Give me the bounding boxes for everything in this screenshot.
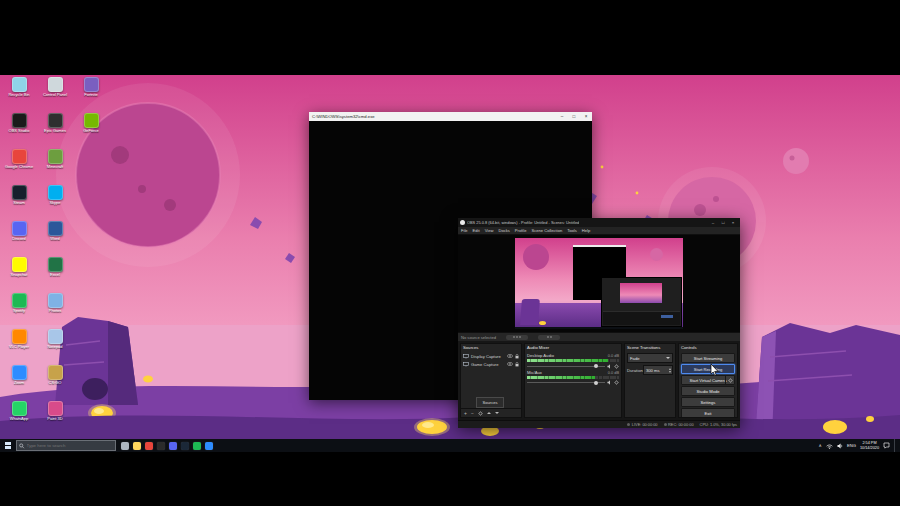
- obs-maximize-button[interactable]: □: [718, 218, 728, 227]
- cmd-titlebar[interactable]: C:\WINDOWS\system32\cmd.exe – □ ×: [309, 112, 592, 121]
- start-streaming-button[interactable]: Start Streaming: [681, 353, 735, 363]
- gear-icon[interactable]: [728, 378, 733, 383]
- desktop-icon-word[interactable]: Word: [38, 221, 72, 242]
- studio-mode-button[interactable]: Studio Mode: [681, 386, 735, 396]
- live-dot-icon: [627, 423, 630, 426]
- taskbar-icon-obs[interactable]: [157, 442, 165, 450]
- volume-icon[interactable]: [837, 443, 843, 449]
- wifi-icon[interactable]: [826, 443, 833, 449]
- desktop-icon-zoom[interactable]: Zoom: [2, 365, 36, 386]
- desktop-icon-obs-studio[interactable]: OBS Studio: [2, 113, 36, 134]
- desktop-icon-excel[interactable]: Excel: [38, 257, 72, 278]
- show-desktop-button[interactable]: [894, 439, 898, 452]
- desktop-icon-control-panel[interactable]: Control Panel: [38, 77, 72, 98]
- obs-title: OBS 25.0.8 (64-bit, windows) - Profile: …: [467, 220, 579, 225]
- start-button[interactable]: [0, 439, 16, 452]
- desktop-icon-spotify[interactable]: Spotify: [2, 293, 36, 314]
- desktop-icon-discord[interactable]: Discord: [2, 221, 36, 242]
- menu-scene-collection[interactable]: Scene Collection: [531, 228, 562, 233]
- desktop-icon-label: VLC Player: [2, 345, 36, 350]
- duration-spinner[interactable]: 300 ms: [643, 365, 673, 375]
- desktop-icon-vlc-player[interactable]: VLC Player: [2, 329, 36, 350]
- taskbar-icon-file-explorer[interactable]: [133, 442, 141, 450]
- add-source-button[interactable]: +: [464, 410, 467, 416]
- volume-slider-handle[interactable]: [594, 364, 598, 368]
- lock-icon[interactable]: [515, 354, 519, 359]
- transition-select[interactable]: Fade: [627, 353, 673, 363]
- obs-titlebar[interactable]: OBS 25.0.8 (64-bit, windows) - Profile: …: [458, 218, 740, 227]
- desktop-icon-steam[interactable]: Steam: [2, 185, 36, 206]
- visibility-eye-icon[interactable]: [507, 354, 513, 358]
- settings-button[interactable]: Settings: [681, 397, 735, 407]
- menu-file[interactable]: File: [461, 228, 468, 233]
- taskbar-icon-chrome[interactable]: [145, 442, 153, 450]
- menu-tools[interactable]: Tools: [567, 228, 577, 233]
- gear-icon[interactable]: [614, 380, 619, 385]
- spinner-up-icon[interactable]: [669, 368, 671, 370]
- spinner-down-icon[interactable]: [669, 371, 671, 373]
- desktop-icon-geforce[interactable]: GeForce: [74, 113, 108, 134]
- desktop-icon-snapchat[interactable]: Snapchat: [2, 257, 36, 278]
- cmd-minimize-button[interactable]: –: [556, 112, 568, 121]
- language-indicator[interactable]: ENG: [847, 443, 856, 448]
- source-properties-gear-icon[interactable]: [478, 411, 483, 416]
- remove-source-button[interactable]: −: [471, 410, 474, 416]
- exit-button[interactable]: Exit: [681, 408, 735, 418]
- desktop-icon-label: Notepad: [38, 345, 72, 350]
- volume-slider[interactable]: [527, 366, 605, 367]
- desktop-icon-minecraft[interactable]: Minecraft: [38, 149, 72, 170]
- desktop-icon-notepad[interactable]: Notepad: [38, 329, 72, 350]
- desktop-icon-recycle-bin[interactable]: Recycle Bin: [2, 77, 36, 98]
- live-timer: LIVE: 00:00:00: [632, 422, 658, 427]
- desktop-icon-paint-3d[interactable]: Paint 3D: [38, 401, 72, 422]
- menu-docks[interactable]: Docks: [498, 228, 509, 233]
- app-icon: [12, 149, 27, 164]
- taskbar-clock[interactable]: 2:54 PM 10/14/2020: [860, 441, 879, 449]
- menu-view[interactable]: View: [485, 228, 494, 233]
- virtual-camera-config-button[interactable]: [725, 376, 734, 384]
- desktop-icon-label: Photos: [38, 309, 72, 314]
- lock-icon[interactable]: [515, 362, 519, 367]
- source-row-game-capture[interactable]: Game Capture: [461, 360, 521, 368]
- desktop-icon-fortnite[interactable]: Fortnite: [74, 77, 108, 98]
- taskbar-icon-discord[interactable]: [169, 442, 177, 450]
- source-row-display-capture[interactable]: Display Capture: [461, 352, 521, 360]
- menu-edit[interactable]: Edit: [473, 228, 480, 233]
- obs-preview[interactable]: [458, 235, 740, 332]
- cpu-usage: CPU: 1.0%, 30.00 fps: [700, 422, 737, 427]
- desktop-icon-whatsapp[interactable]: WhatsApp: [2, 401, 36, 422]
- start-virtual-camera-button[interactable]: Start Virtual Camera: [681, 375, 735, 385]
- taskbar-icon-edge[interactable]: [205, 442, 213, 450]
- menu-profile[interactable]: Profile: [515, 228, 527, 233]
- desktop-icon-epic-games[interactable]: Epic Games: [38, 113, 72, 134]
- desktop-icon-cs-go[interactable]: CS:GO: [38, 365, 72, 386]
- search-input[interactable]: [27, 443, 113, 448]
- tray-chevron-icon[interactable]: ∧: [819, 443, 822, 448]
- move-source-up-icon[interactable]: [487, 412, 491, 414]
- obs-close-button[interactable]: ×: [728, 218, 738, 227]
- cmd-maximize-button[interactable]: □: [568, 112, 580, 121]
- menu-help[interactable]: Help: [582, 228, 590, 233]
- taskbar-icon-spotify[interactable]: [193, 442, 201, 450]
- taskbar-search[interactable]: [16, 440, 116, 451]
- volume-slider-handle[interactable]: [594, 381, 598, 385]
- notification-icon[interactable]: [883, 442, 890, 449]
- preview-toolbar-button-2[interactable]: [538, 335, 560, 340]
- screen: Recycle BinOBS StudioGoogle ChromeSteamD…: [0, 0, 900, 506]
- desktop-icon-photos[interactable]: Photos: [38, 293, 72, 314]
- speaker-icon[interactable]: [607, 380, 612, 385]
- desktop-icon-google-chrome[interactable]: Google Chrome: [2, 149, 36, 170]
- taskbar-icon-steam[interactable]: [181, 442, 189, 450]
- sources-dock-tab[interactable]: Sources: [476, 397, 504, 408]
- obs-minimize-button[interactable]: –: [708, 218, 718, 227]
- taskbar-icon-task-view[interactable]: [121, 442, 129, 450]
- volume-slider[interactable]: [527, 382, 605, 383]
- desktop-icon-skype[interactable]: Skype: [38, 185, 72, 206]
- visibility-eye-icon[interactable]: [507, 362, 513, 366]
- app-icon: [48, 401, 63, 416]
- start-recording-button[interactable]: Start Recording: [681, 364, 735, 374]
- move-source-down-icon[interactable]: [495, 412, 499, 414]
- desktop-icon-label: Recycle Bin: [2, 93, 36, 98]
- cmd-close-button[interactable]: ×: [580, 112, 592, 121]
- preview-toolbar-button-1[interactable]: [506, 335, 528, 340]
